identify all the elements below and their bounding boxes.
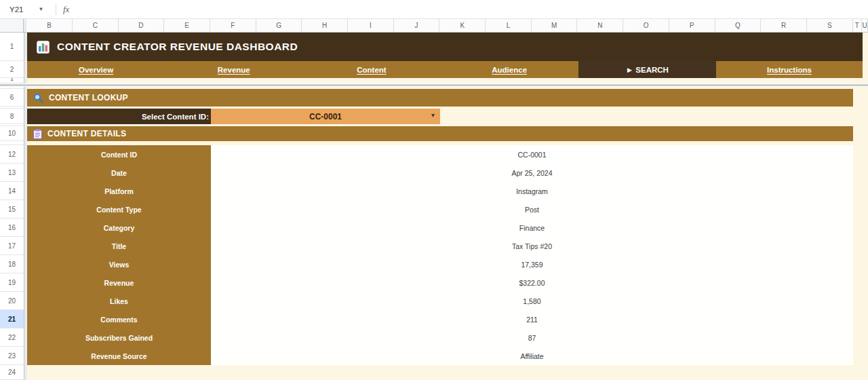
field-label[interactable]: Comments (27, 310, 211, 328)
tab-label: Revenue (218, 66, 250, 74)
column-header-U[interactable]: U (862, 19, 868, 33)
row-header-10[interactable]: 10 (0, 126, 24, 141)
field-label[interactable]: Content Type (27, 200, 211, 218)
tab-label: ► SEARCH (626, 66, 669, 74)
section-title-details: CONTENT DETAILS (47, 129, 126, 138)
column-header-N[interactable]: N (577, 19, 623, 33)
field-value[interactable]: 87 (211, 328, 853, 347)
tab-content[interactable]: Content (302, 61, 440, 78)
row-header-21[interactable]: 21 (0, 310, 24, 328)
column-header-M[interactable]: M (532, 19, 578, 33)
function-icon[interactable]: fx (63, 4, 69, 15)
tab-overview[interactable]: Overview (27, 61, 165, 78)
row-header-20[interactable]: 20 (0, 292, 24, 310)
column-header-S[interactable]: S (807, 19, 853, 33)
search-icon (33, 93, 43, 103)
name-box-caret-icon: ▼ (38, 6, 43, 12)
table-row: Subscribers Gained87 (27, 328, 853, 347)
details-table: Content IDCC-0001DateApr 25, 2024Platfor… (27, 145, 853, 365)
tab-instructions[interactable]: Instructions (716, 61, 863, 78)
field-value[interactable]: Instagram (211, 182, 853, 200)
field-value[interactable]: Affiliate (211, 347, 853, 365)
row-header-16[interactable]: 16 (0, 218, 24, 237)
tab-revenue[interactable]: Revenue (165, 61, 302, 78)
table-row: Comments211 (27, 310, 853, 328)
field-label[interactable]: Likes (27, 292, 211, 310)
field-label[interactable]: Views (27, 255, 211, 273)
content-id-selected-value: CC-0001 (309, 112, 342, 121)
column-header-Q[interactable]: Q (715, 19, 762, 33)
column-header-C[interactable]: C (73, 19, 119, 33)
column-header-R[interactable]: R (761, 19, 807, 33)
field-value[interactable]: Tax Tips #20 (211, 237, 853, 255)
row-header-18[interactable]: 18 (0, 255, 24, 273)
column-header-E[interactable]: E (164, 19, 210, 33)
field-label[interactable]: Revenue Source (27, 347, 211, 365)
field-label[interactable]: Platform (27, 182, 211, 200)
column-header-B[interactable]: B (26, 19, 73, 33)
tab-audience[interactable]: Audience (441, 61, 578, 78)
field-label[interactable]: Content ID (27, 145, 211, 164)
row-header-22[interactable]: 22 (0, 328, 24, 347)
field-label[interactable]: Date (27, 164, 211, 182)
column-header-D[interactable]: D (119, 19, 165, 33)
content-lookup-header-cell[interactable]: CONTENT LOOKUP (27, 89, 853, 107)
field-label[interactable]: Title (27, 237, 211, 255)
field-value[interactable]: 211 (211, 310, 853, 328)
field-value[interactable]: Post (211, 200, 853, 218)
column-header-strip: BCDEFGHIJKLMNOPQRSTU (0, 19, 868, 33)
tab-search[interactable]: ► SEARCH (578, 61, 716, 78)
row-header-17[interactable]: 17 (0, 237, 24, 255)
row-header-13[interactable]: 13 (0, 164, 24, 182)
dropdown-caret-icon: ▾ (431, 111, 435, 119)
content-details-header-cell[interactable]: CONTENT DETAILS (27, 126, 853, 141)
field-value[interactable]: $322.00 (211, 273, 853, 292)
column-header-J[interactable]: J (394, 19, 440, 33)
row-header-24[interactable]: 24 (0, 365, 24, 380)
row-header-4[interactable]: 4 (0, 78, 24, 83)
name-box[interactable]: Y21 ▼ (5, 2, 54, 17)
column-header-G[interactable]: G (256, 19, 302, 33)
column-headers: BCDEFGHIJKLMNOPQRSTU (26, 19, 868, 33)
field-value[interactable]: Finance (211, 218, 853, 237)
row-header-1[interactable]: 1 (0, 33, 24, 61)
tab-label: Overview (79, 66, 113, 74)
row-header-23[interactable]: 23 (0, 347, 24, 365)
table-row: Content TypePost (27, 200, 853, 218)
column-header-T[interactable]: T (853, 19, 862, 33)
row-header-15[interactable]: 15 (0, 200, 24, 218)
bar-chart-icon (37, 41, 50, 54)
field-label[interactable]: Revenue (27, 273, 211, 292)
tab-label: Instructions (767, 66, 812, 74)
field-label[interactable]: Category (27, 218, 211, 237)
formula-bar: Y21 ▼ fx (0, 0, 868, 19)
tab-label: Audience (492, 66, 527, 74)
select-content-id-label-cell[interactable]: Select Content ID: (27, 109, 211, 124)
row-header-8[interactable]: 8 (0, 109, 24, 124)
column-header-I[interactable]: I (348, 19, 394, 33)
column-header-L[interactable]: L (486, 19, 532, 33)
row-header-14[interactable]: 14 (0, 182, 24, 200)
column-header-F[interactable]: F (210, 19, 256, 33)
spreadsheet-app: Y21 ▼ fx BCDEFGHIJKLMNOPQRSTU 1246810121… (0, 0, 868, 380)
table-row: DateApr 25, 2024 (27, 164, 853, 182)
row-header-12[interactable]: 12 (0, 145, 24, 164)
sheet-body: 124681012131415161718192021222324 CONTEN… (0, 33, 868, 380)
row-header-6[interactable]: 6 (0, 89, 24, 107)
select-all-corner[interactable] (0, 19, 24, 33)
field-value[interactable]: 17,359 (211, 255, 853, 273)
row-header-19[interactable]: 19 (0, 273, 24, 292)
frozen-rows-divider[interactable] (0, 83, 868, 87)
field-value[interactable]: 1,580 (211, 292, 853, 310)
column-header-O[interactable]: O (623, 19, 669, 33)
content-id-dropdown[interactable]: CC-0001 ▾ (211, 109, 440, 124)
column-header-H[interactable]: H (302, 19, 348, 33)
field-value[interactable]: Apr 25, 2024 (211, 164, 853, 182)
table-row: Revenue SourceAffiliate (27, 347, 853, 365)
column-header-P[interactable]: P (669, 19, 715, 33)
column-header-K[interactable]: K (439, 19, 486, 33)
field-label[interactable]: Subscribers Gained (27, 328, 211, 347)
dashboard-title-cell[interactable]: CONTENT CREATOR REVENUE DASHBOARD (27, 33, 863, 61)
row-header-2[interactable]: 2 (0, 61, 24, 78)
field-value[interactable]: CC-0001 (211, 145, 853, 164)
